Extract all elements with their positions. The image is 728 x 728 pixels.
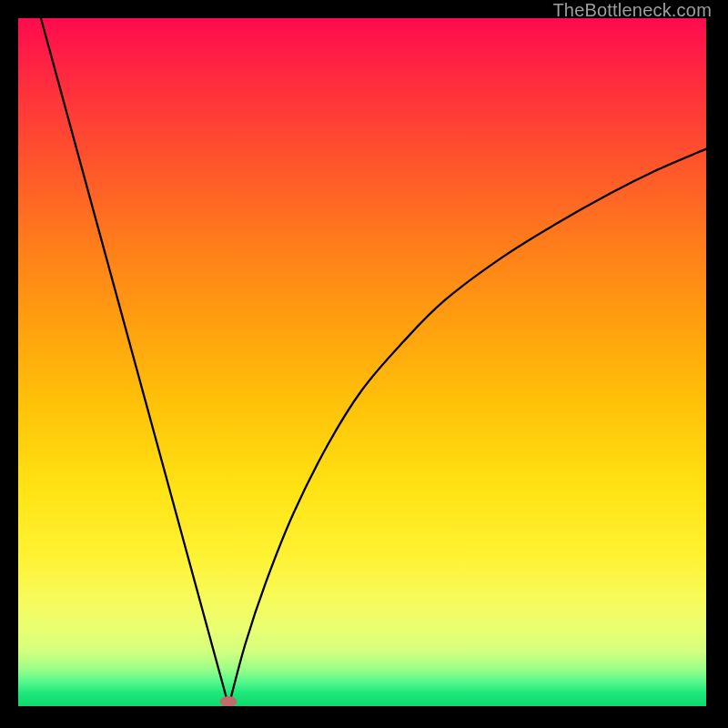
- chart-frame: TheBottleneck.com: [0, 0, 728, 728]
- watermark-text: TheBottleneck.com: [552, 0, 712, 21]
- bottleneck-marker: [220, 696, 238, 706]
- bottleneck-curve-path: [41, 18, 706, 706]
- bottleneck-curve: [18, 18, 706, 706]
- plot-area: [18, 18, 706, 706]
